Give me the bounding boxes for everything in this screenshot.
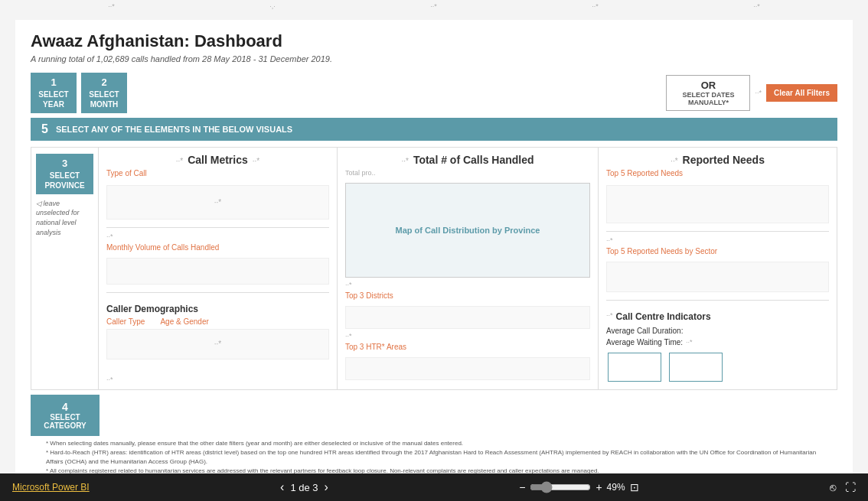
map-label: Map of Call Distribution by Province — [396, 226, 540, 235]
map-placeholder[interactable]: Map of Call Distribution by Province — [345, 183, 590, 278]
monthly-volume-label[interactable]: Monthly Volume of Calls Handled — [106, 243, 329, 252]
next-page-button[interactable]: › — [325, 480, 328, 494]
nav-controls: ‹ 1 de 3 › — [280, 480, 328, 494]
step5-bar: 5 SELECT ANY OF THE ELEMENTS IN THE BELO… — [31, 118, 837, 141]
step5-num: 5 — [41, 122, 48, 136]
metrics-title: Call Metrics — [188, 154, 248, 166]
step4-box[interactable]: 4 SELECTCATEGORY — [31, 395, 100, 436]
clear-filters-button[interactable]: Clear All Filters — [766, 84, 837, 102]
top5-needs-label[interactable]: Top 5 Reported Needs — [606, 169, 829, 177]
calls-panel: ··* Total # of Calls Handled Total pro..… — [338, 148, 599, 389]
monthly-volume-chart — [106, 258, 329, 285]
controls-row: 1 SELECTYEAR 2 SELECTMONTH OR SELECT DAT… — [31, 73, 837, 113]
zoom-level: 49% — [607, 482, 625, 493]
step3-box[interactable]: 3 SELECTPROVINCE — [36, 154, 93, 194]
type-of-call-label[interactable]: Type of Call — [106, 169, 329, 177]
demographics-chart: ··* — [106, 329, 329, 359]
avg-waiting-time-label: Average Waiting Time: — [606, 338, 683, 346]
needs-title: Reported Needs — [683, 154, 765, 166]
calls-dot2: ··* — [345, 281, 590, 288]
dashboard-title: Awaaz Afghanistan: Dashboard — [31, 31, 837, 51]
needs-panel: ··* Reported Needs Top 5 Reported Needs … — [599, 148, 837, 389]
top5-needs-chart — [606, 185, 829, 223]
total-prefix: Total pro.. — [345, 169, 376, 177]
prev-page-button[interactable]: ‹ — [280, 480, 284, 494]
or-text: OR — [674, 80, 742, 91]
powerbi-link[interactable]: Microsoft Power BI — [12, 482, 90, 493]
age-gender-label[interactable]: Age & Gender — [160, 317, 208, 326]
indicator-box-2[interactable] — [669, 353, 723, 382]
zoom-controls: − + 49% ⊡ — [519, 481, 638, 493]
step1-num: 1 — [38, 76, 69, 89]
call-centre-title: Call Centre Indicators — [616, 311, 711, 322]
metrics-bottom-dot: ··* — [106, 376, 329, 383]
step2-box[interactable]: 2 SELECTMONTH — [81, 73, 127, 113]
step4-label: SELECTCATEGORY — [44, 413, 86, 430]
metrics-dot2: ··* — [253, 157, 259, 165]
step2-label: SELECTMONTH — [89, 90, 119, 109]
indicator-boxes — [606, 351, 829, 383]
needs-dot2: ··* — [606, 236, 829, 244]
avg-call-duration-label: Average Call Duration: — [606, 327, 829, 335]
top3-districts-label[interactable]: Top 3 Districts — [345, 291, 590, 300]
demographics-row: Caller Type Age & Gender — [106, 317, 329, 326]
page-info: 1 de 3 — [290, 482, 318, 493]
dashboard-subtitle: A running total of 1,02,689 calls handle… — [31, 54, 837, 63]
step2-num: 2 — [89, 76, 119, 89]
step5-label: SELECT ANY OF THE ELEMENTS IN THE BELOW … — [56, 125, 292, 134]
share-button[interactable]: ⎋ — [830, 481, 836, 493]
calls-title: Total # of Calls Handled — [413, 154, 534, 166]
needs-dot1: ··* — [671, 157, 677, 165]
top3-htr-label[interactable]: Top 3 HTR* Areas — [345, 343, 590, 351]
top3-htr-chart — [345, 357, 590, 380]
bottom-bar: Microsoft Power BI ‹ 1 de 3 › − + 49% ⊡ … — [0, 473, 868, 501]
fullscreen-button[interactable]: ⛶ — [845, 481, 856, 493]
monthly-dot: ··* — [106, 233, 329, 240]
footnote-1: * When selecting dates manually, please … — [46, 439, 822, 448]
step1-box[interactable]: 1 SELECTYEAR — [31, 73, 77, 113]
right-icons: ⎋ ⛶ — [830, 481, 856, 493]
metrics-dot1: ··* — [176, 157, 183, 165]
top3-districts-chart — [345, 306, 590, 329]
cc-dot2: ··* — [686, 338, 693, 346]
caller-demo-title: Caller Demographics — [106, 304, 329, 314]
step3-num: 3 — [44, 158, 86, 171]
fit-page-button[interactable]: ⊡ — [630, 481, 639, 493]
zoom-out-button[interactable]: − — [519, 481, 525, 493]
or-box[interactable]: OR SELECT DATESMANUALLY* — [666, 75, 750, 111]
type-of-call-chart: ··* — [106, 185, 329, 220]
footnote-3: * All complaints registered related to h… — [46, 467, 822, 473]
corner-dot: ··* — [755, 89, 762, 96]
select-dates-label: SELECT DATESMANUALLY* — [674, 91, 742, 106]
indicator-box-1[interactable] — [608, 353, 661, 382]
main-panels: 3 SELECTPROVINCE ◁ leave unselected forn… — [31, 147, 837, 390]
metrics-panel: ··* Call Metrics ··* Type of Call ··* ··… — [99, 148, 338, 389]
top5-sector-chart — [606, 262, 829, 292]
footnote-2: * Hard-to-Reach (HTR) areas: identificat… — [46, 448, 822, 467]
cc-dot: ··* — [606, 311, 613, 319]
footnotes: * When selecting dates manually, please … — [46, 439, 822, 473]
province-panel: 3 SELECTPROVINCE ◁ leave unselected forn… — [31, 148, 99, 389]
step3-label: SELECTPROVINCE — [44, 171, 84, 190]
calls-dot1: ··* — [401, 157, 408, 165]
calls-dot3: ··* — [345, 332, 590, 340]
caller-type-label[interactable]: Caller Type — [106, 317, 145, 326]
top5-sector-label[interactable]: Top 5 Reported Needs by Sector — [606, 247, 829, 255]
zoom-slider[interactable] — [530, 481, 591, 493]
bottom-controls-row: 4 SELECTCATEGORY — [31, 395, 837, 436]
top-decoration: ··* ·,· ··* ··* ··* — [0, 0, 868, 12]
province-sublabel: ◁ leave unselected fornational level ana… — [36, 199, 93, 237]
step4-num: 4 — [40, 401, 90, 413]
step1-label: SELECTYEAR — [38, 90, 68, 109]
zoom-in-button[interactable]: + — [596, 481, 602, 493]
